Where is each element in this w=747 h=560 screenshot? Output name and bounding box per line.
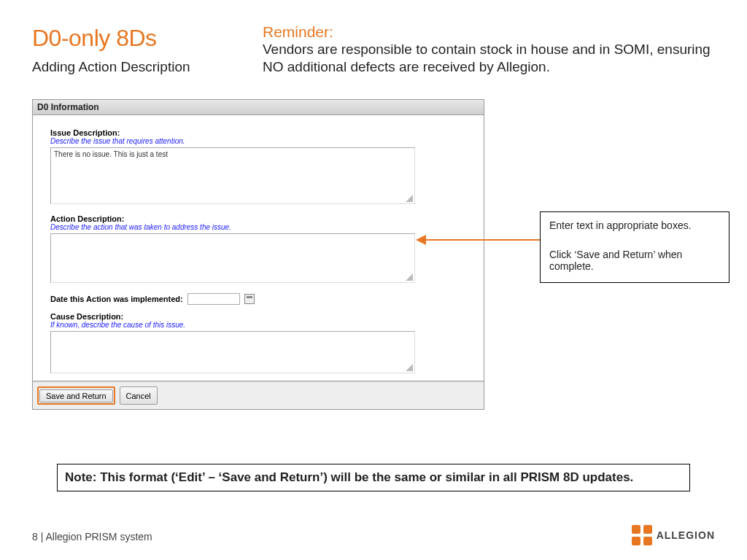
page-number: 8 [32,531,38,542]
window-title: D0 Information [33,100,484,115]
save-and-return-button[interactable]: Save and Return [39,389,113,402]
save-button-highlight: Save and Return [37,386,115,405]
button-bar: Save and Return Cancel [33,381,484,409]
action-description-textarea[interactable] [50,233,415,283]
issue-description-value: There is no issue. This is just a test [54,150,168,158]
cause-description-hint: If known, describe the cause of this iss… [50,321,466,329]
reminder-text: Vendors are responsible to contain stock… [263,41,715,76]
date-implemented-label: Date this Action was implemented: [50,295,183,303]
cancel-button[interactable]: Cancel [120,386,158,405]
reminder-label: Reminder: [263,23,333,40]
date-implemented-input[interactable] [187,293,240,305]
footer: 8 | Allegion PRISM system [32,531,152,542]
action-description-label: Action Description: [50,214,466,223]
callout-line1: Enter text in appropriate boxes. [549,219,720,231]
system-name: Allegion PRISM system [45,531,152,542]
resize-grip-icon[interactable] [406,195,413,202]
allegion-logo-mark-icon [632,525,652,545]
footer-sep: | [38,531,46,542]
arrow-icon [423,239,540,241]
callout-line2: Click ‘Save and Return’ when complete. [549,249,720,272]
issue-description-hint: Describe the issue that requires attenti… [50,137,466,145]
resize-grip-icon[interactable] [406,273,413,281]
reminder-block: Reminder: Vendors are responsible to con… [263,23,715,76]
issue-description-label: Issue Description: [50,128,466,137]
cause-description-label: Cause Description: [50,312,466,321]
allegion-logo-text: ALLEGION [657,529,715,541]
issue-description-textarea[interactable]: There is no issue. This is just a test [50,147,415,204]
calendar-icon[interactable] [244,294,255,304]
d0-info-window: D0 Information Issue Description: Descri… [32,99,484,410]
allegion-logo: ALLEGION [632,525,715,545]
note-box: Note: This format (‘Edit’ – ‘Save and Re… [57,464,690,491]
resize-grip-icon[interactable] [406,364,413,371]
action-description-hint: Describe the action that was taken to ad… [50,223,466,231]
instruction-callout: Enter text in appropriate boxes. Click ‘… [540,211,729,283]
cause-description-textarea[interactable] [50,331,415,373]
